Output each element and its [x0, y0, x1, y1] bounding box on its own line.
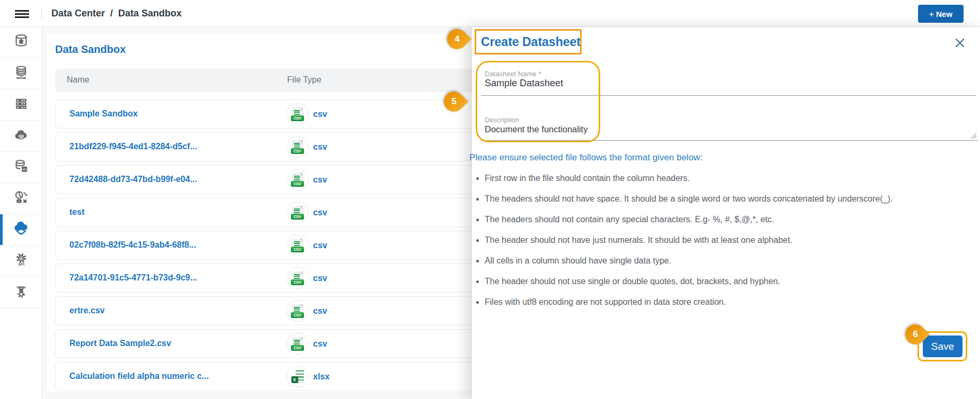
file-type-label: csv — [313, 241, 327, 250]
database-network-icon — [13, 65, 29, 83]
sidebar-item-data-refresh[interactable] — [0, 183, 42, 214]
description-input-underline — [481, 140, 978, 141]
file-name-link[interactable]: 02c7f08b-82f5-4c15-9ab4-68f8... — [69, 240, 196, 250]
file-type-label: csv — [313, 208, 327, 217]
svg-text:API: API — [18, 262, 24, 266]
description-label: Description — [485, 116, 519, 124]
server-rack-icon — [13, 96, 29, 114]
file-type-label: csv — [313, 110, 327, 119]
file-name-link[interactable]: Calculation field alpha numeric c... — [69, 371, 209, 381]
csv-file-icon: CSV — [287, 267, 308, 289]
file-type-label: csv — [313, 306, 327, 316]
format-rule: The header should not have just numerals… — [485, 234, 952, 246]
sidebar-item-data-funnel[interactable] — [0, 277, 42, 308]
textarea-resize-handle[interactable] — [970, 132, 977, 141]
file-type-label: csv — [313, 339, 327, 349]
datasheet-name-input[interactable] — [485, 78, 781, 89]
column-header-file-type: File Type — [287, 75, 322, 85]
csv-file-icon: CSV — [287, 202, 308, 223]
format-note: Please ensure selected file follows the … — [469, 152, 702, 163]
sidebar-item-database-code[interactable]: </> — [0, 152, 42, 183]
file-type-label: csv — [313, 142, 327, 152]
sidebar-item-api-settings[interactable]: API — [0, 246, 42, 277]
cloud-database-icon — [13, 127, 29, 145]
file-type-label: csv — [313, 274, 327, 283]
file-name-link[interactable]: Sample Sandbox — [69, 109, 138, 119]
file-name-link[interactable]: 21bdf229-f945-4ed1-8284-d5cf... — [69, 142, 197, 151]
csv-file-icon: CSV — [287, 169, 308, 191]
name-input-underline — [481, 95, 976, 96]
file-name-link[interactable]: test — [69, 207, 84, 217]
format-rule: The headers should not contain any speci… — [485, 214, 952, 225]
datasheet-name-label: Datasheet Name * — [485, 70, 541, 78]
create-datasheet-drawer: Create Datasheet Datasheet Name * Descri… — [472, 27, 980, 399]
funnel-gear-icon — [13, 283, 29, 301]
data-home-icon — [13, 33, 29, 51]
breadcrumb-data-center[interactable]: Data Center — [51, 8, 105, 19]
breadcrumb: Data Center / Data Sandbox — [51, 0, 182, 27]
data-refresh-icon — [13, 189, 29, 207]
drawer-title: Create Datasheet — [476, 35, 581, 49]
csv-file-icon: CSV — [287, 300, 308, 322]
file-name-link[interactable]: ertre.csv — [69, 306, 105, 315]
csv-file-icon: CSV — [287, 333, 308, 355]
format-rule: Files with utf8 encoding are not support… — [485, 296, 952, 308]
file-name-link[interactable]: 72d42488-dd73-47bd-b99f-e04... — [69, 175, 197, 184]
svg-text:</>: </> — [22, 168, 26, 171]
sidebar-item-data-home[interactable] — [0, 27, 42, 58]
file-type-label: xlsx — [313, 372, 329, 382]
step4-highlight-box: Create Datasheet — [475, 29, 582, 55]
format-rule: First row in the file should contain the… — [485, 173, 952, 184]
sidebar-item-database-network[interactable] — [0, 58, 42, 89]
column-header-name: Name — [67, 75, 90, 85]
sidebar-item-cloud-database[interactable] — [0, 121, 42, 152]
database-code-icon: </> — [13, 158, 29, 176]
close-icon[interactable] — [953, 36, 967, 50]
new-button[interactable]: + New — [918, 5, 964, 23]
description-input[interactable] — [485, 124, 781, 134]
csv-file-icon: CSV — [287, 136, 308, 158]
breadcrumb-separator: / — [110, 8, 113, 19]
format-rules-list: First row in the file should contain the… — [476, 173, 952, 317]
csv-file-icon: CSV — [287, 234, 308, 256]
format-rule: The headers should not have space. It sh… — [485, 193, 952, 205]
sidebar-item-servers[interactable] — [0, 89, 42, 121]
hamburger-menu-icon[interactable] — [15, 10, 29, 18]
save-button[interactable]: Save — [923, 335, 963, 357]
file-name-link[interactable]: 72a14701-91c5-4771-b73d-9c9... — [69, 273, 197, 283]
page-title: Data Sandbox — [55, 43, 126, 56]
sidebar-item-data-sandbox[interactable] — [0, 214, 42, 246]
file-type-label: csv — [313, 175, 327, 185]
data-sandbox-cloud-icon — [13, 220, 30, 239]
format-rule: The header should not use single or doub… — [485, 276, 952, 287]
csv-file-icon: CSV — [287, 103, 308, 125]
format-rule: All cells in a column should have single… — [485, 255, 952, 267]
api-gear-icon: API — [13, 252, 29, 270]
top-bar: Data Center / Data Sandbox + New — [0, 0, 980, 27]
xlsx-file-icon: x — [287, 366, 308, 387]
file-name-link[interactable]: Report Data Sample2.csv — [69, 339, 171, 348]
topbar-divider — [41, 7, 42, 21]
breadcrumb-data-sandbox: Data Sandbox — [118, 8, 182, 19]
sidebar-nav: </> — [0, 27, 42, 399]
